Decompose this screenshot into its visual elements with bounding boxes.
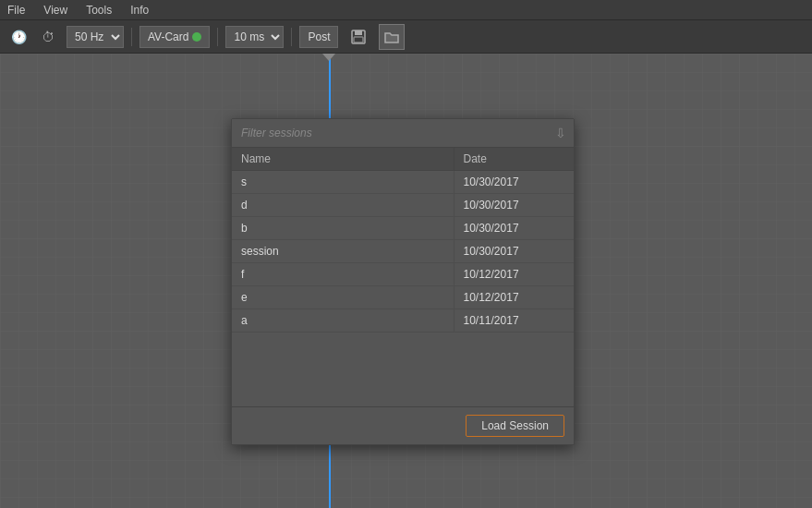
table-header-row: Name Date bbox=[232, 148, 574, 171]
session-name: e bbox=[232, 286, 454, 309]
session-name: f bbox=[232, 263, 454, 286]
menu-info[interactable]: Info bbox=[127, 2, 152, 18]
interval-select[interactable]: 10 ms bbox=[225, 26, 284, 48]
post-btn[interactable]: Post bbox=[299, 26, 338, 48]
grid-area: ⇩ Name Date s 10/30/2017 d 10/30/2017 b … bbox=[0, 54, 812, 508]
frequency-select[interactable]: 50 Hz bbox=[67, 26, 124, 48]
svg-rect-2 bbox=[354, 37, 363, 42]
save-icon-btn[interactable] bbox=[345, 24, 371, 50]
session-date: 10/30/2017 bbox=[454, 240, 574, 263]
modal-footer: Load Session bbox=[232, 406, 574, 444]
session-name: b bbox=[232, 217, 454, 240]
table-row[interactable]: session 10/30/2017 bbox=[232, 240, 574, 263]
divider-2 bbox=[217, 28, 218, 46]
col-name: Name bbox=[232, 148, 454, 171]
clock-icon[interactable]: 🕐 bbox=[7, 26, 30, 48]
session-date: 10/11/2017 bbox=[454, 309, 574, 333]
modal-empty-space bbox=[232, 333, 574, 406]
playhead-arrow[interactable] bbox=[322, 54, 335, 61]
folder-icon-btn[interactable] bbox=[379, 24, 405, 50]
filter-icon[interactable]: ⇩ bbox=[555, 126, 566, 140]
divider-3 bbox=[291, 28, 292, 46]
menu-tools[interactable]: Tools bbox=[82, 2, 115, 18]
session-date: 10/12/2017 bbox=[454, 286, 574, 309]
table-row[interactable]: e 10/12/2017 bbox=[232, 286, 574, 309]
sessions-table: Name Date s 10/30/2017 d 10/30/2017 b 10… bbox=[232, 148, 574, 333]
menu-view[interactable]: View bbox=[40, 2, 71, 18]
table-row[interactable]: b 10/30/2017 bbox=[232, 217, 574, 240]
session-date: 10/12/2017 bbox=[454, 263, 574, 286]
table-row[interactable]: d 10/30/2017 bbox=[232, 194, 574, 217]
sessions-body: s 10/30/2017 d 10/30/2017 b 10/30/2017 s… bbox=[232, 171, 574, 333]
table-row[interactable]: f 10/12/2017 bbox=[232, 263, 574, 286]
session-name: session bbox=[232, 240, 454, 263]
table-row[interactable]: s 10/30/2017 bbox=[232, 171, 574, 194]
device-label: AV-Card bbox=[148, 30, 188, 43]
filter-sessions-input[interactable] bbox=[232, 119, 574, 147]
session-modal: ⇩ Name Date s 10/30/2017 d 10/30/2017 b … bbox=[231, 118, 575, 445]
session-date: 10/30/2017 bbox=[454, 171, 574, 194]
divider-1 bbox=[131, 28, 132, 46]
stopwatch-icon[interactable]: ⏱ bbox=[37, 26, 59, 48]
session-name: s bbox=[232, 171, 454, 194]
session-name: a bbox=[232, 309, 454, 333]
search-bar: ⇩ bbox=[232, 119, 574, 148]
table-row[interactable]: a 10/11/2017 bbox=[232, 309, 574, 333]
session-date: 10/30/2017 bbox=[454, 217, 574, 240]
menu-file[interactable]: File bbox=[4, 2, 29, 18]
svg-rect-1 bbox=[355, 30, 362, 35]
toolbar: 🕐 ⏱ 50 Hz AV-Card 10 ms Post bbox=[0, 20, 812, 54]
post-label: Post bbox=[308, 30, 330, 43]
session-name: d bbox=[232, 194, 454, 217]
session-date: 10/30/2017 bbox=[454, 194, 574, 217]
load-session-button[interactable]: Load Session bbox=[466, 415, 564, 437]
device-btn[interactable]: AV-Card bbox=[139, 26, 210, 48]
menu-bar: File View Tools Info bbox=[0, 0, 812, 20]
status-dot bbox=[192, 32, 201, 42]
col-date: Date bbox=[454, 148, 574, 171]
